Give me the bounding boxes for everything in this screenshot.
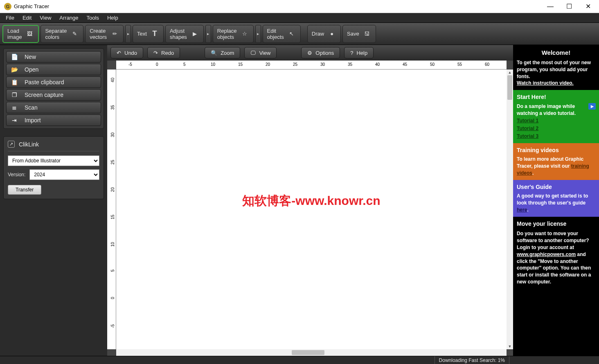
cliklink-version-select[interactable]: 2024 (29, 169, 99, 180)
pointer-icon: ↖ (287, 29, 296, 38)
scroll-thumb-h[interactable] (292, 350, 324, 355)
draw-button[interactable]: Draw ● (307, 25, 341, 43)
guide-here-link[interactable]: here (517, 207, 527, 213)
welcome-title: Welcome! (517, 48, 595, 57)
redo-button[interactable]: ↷Redo (147, 47, 180, 58)
cursor-play-icon: ▶ (190, 29, 199, 38)
vertical-ruler: 4035302520151050-5 (107, 70, 116, 349)
paste-clipboard-button[interactable]: 📋Paste clipboard (6, 76, 101, 88)
edit-objects-button[interactable]: Edit objects ↖ (263, 25, 301, 43)
download-status: Downloading Fast Search: 1% (435, 356, 509, 364)
file-icon: 📄 (11, 53, 18, 61)
titlebar: G Graphic Tracer — ☐ ✕ (0, 0, 599, 13)
main-toolbar: Load image 🖼 Separate colors ✎ Create ve… (0, 23, 599, 45)
adjust-shapes-dropdown[interactable]: ▸ (205, 25, 211, 43)
menu-tools[interactable]: Tools (83, 14, 103, 22)
menu-file[interactable]: File (2, 14, 18, 22)
view-button[interactable]: 🖵View (244, 47, 277, 58)
undo-button[interactable]: ↶Undo (110, 47, 143, 58)
pen-icon: ✏ (110, 29, 119, 38)
open-button[interactable]: 📂Open (6, 64, 101, 75)
menu-edit[interactable]: Edit (18, 14, 36, 22)
version-label: Version: (8, 172, 25, 178)
text-button[interactable]: Text T (133, 25, 164, 43)
import-button[interactable]: ⇥Import (6, 115, 101, 126)
undo-icon: ↶ (117, 50, 121, 56)
capture-icon: ❐ (11, 91, 18, 99)
watch-video-link[interactable]: Watch instruction video. (517, 80, 574, 86)
menu-arrange[interactable]: Arrange (55, 14, 82, 22)
adjust-shapes-button[interactable]: Adjust shapes ▶ (165, 25, 204, 43)
cliklink-icon: ↗ (8, 141, 15, 148)
tutorial-2-link[interactable]: Tutorial 2 (517, 125, 595, 132)
create-vectors-dropdown[interactable]: ▸ (125, 25, 131, 43)
menu-view[interactable]: View (36, 14, 55, 22)
menu-help[interactable]: Help (103, 14, 122, 22)
guide-title: User's Guide (517, 183, 595, 191)
create-vectors-button[interactable]: Create vectors ✏ (85, 25, 124, 43)
window-title: Graphic Tracer (14, 3, 49, 9)
scanner-icon: ≣ (11, 104, 18, 111)
redo-icon: ↷ (153, 50, 158, 56)
tutorial-1-link[interactable]: Tutorial 1 (517, 117, 595, 124)
move-license-section: Move your license Do you want to move yo… (513, 217, 599, 289)
training-title: Training videos (517, 146, 595, 155)
text-icon: T (150, 29, 159, 38)
save-icon: 🖫 (363, 29, 372, 38)
replace-objects-dropdown[interactable]: ▸ (255, 25, 261, 43)
save-button[interactable]: Save 🖫 (342, 25, 376, 43)
start-title: Start Here! (517, 93, 595, 101)
replace-objects-button[interactable]: Replace objects ☆ (213, 25, 254, 43)
cliklink-from-select[interactable]: From Adobe Illustrator (8, 155, 99, 166)
welcome-section: Welcome! To get the most out of your new… (513, 45, 599, 90)
horizontal-ruler: -5051015202530354045505560 (116, 61, 507, 70)
training-videos-section: Training videos To learn more about Grap… (513, 143, 599, 180)
eyedropper-icon: ✎ (70, 29, 79, 38)
move-title: Move your license (517, 220, 595, 228)
users-guide-section: User's Guide A good way to get started i… (513, 180, 599, 217)
minimize-button[interactable]: — (541, 0, 560, 13)
scan-button[interactable]: ≣Scan (6, 102, 101, 113)
transfer-button[interactable]: Transfer (8, 185, 41, 195)
close-button[interactable]: ✕ (579, 0, 597, 13)
app-logo-icon: G (4, 3, 11, 10)
help-button[interactable]: ?Help (344, 47, 374, 58)
screen-capture-button[interactable]: ❐Screen capture (6, 89, 101, 101)
watermark-text: 知软博客-www.knowr.cn (242, 193, 380, 209)
circle-icon: ● (327, 29, 336, 38)
folder-image-icon: 🖼 (25, 29, 34, 38)
canvas-wrap: -5051015202530354045505560 4035302520151… (107, 61, 513, 356)
scroll-thumb[interactable] (507, 75, 512, 100)
horizontal-scrollbar[interactable] (116, 349, 507, 356)
scroll-up-arrow-icon[interactable]: ▲ (507, 70, 513, 75)
maximize-button[interactable]: ☐ (560, 0, 579, 13)
folder-icon: 📂 (11, 66, 18, 73)
move-text: Do you want to move your software to ano… (517, 231, 589, 250)
import-icon: ⇥ (11, 117, 18, 124)
new-button[interactable]: 📄New (6, 51, 101, 63)
load-image-button[interactable]: Load image 🖼 (2, 25, 39, 43)
options-button[interactable]: ⚙Options (301, 47, 340, 58)
tutorial-3-link[interactable]: Tutorial 3 (517, 133, 595, 140)
graphicpowers-link[interactable]: www.graphicpowers.com (517, 252, 576, 257)
monitor-icon: 🖵 (250, 50, 256, 56)
guide-text: A good way to get started is to look thr… (517, 193, 588, 206)
cliklink-panel: ↗ClikLink From Adobe Illustrator Version… (3, 136, 104, 199)
start-text: Do a sample image while watching a video… (517, 103, 595, 117)
star-icon: ☆ (240, 29, 249, 38)
scroll-down-arrow-icon[interactable]: ▼ (507, 344, 513, 349)
gear-icon: ⚙ (307, 50, 312, 56)
zoom-button[interactable]: 🔍Zoom (205, 47, 240, 58)
right-sidebar: Welcome! To get the most out of your new… (513, 45, 599, 356)
statusbar: Downloading Fast Search: 1% (0, 356, 599, 364)
welcome-text: To get the most out of your new program,… (517, 59, 595, 80)
play-icon[interactable]: ▶ (588, 103, 596, 110)
canvas[interactable]: 知软博客-www.knowr.cn (116, 70, 507, 349)
help-icon: ? (350, 50, 353, 56)
center-area: ↶Undo ↷Redo 🔍Zoom 🖵View ⚙Options ?Help -… (107, 45, 513, 356)
clipboard-icon: 📋 (11, 79, 18, 86)
cliklink-title: ClikLink (19, 141, 39, 148)
secondary-toolbar: ↶Undo ↷Redo 🔍Zoom 🖵View ⚙Options ?Help (107, 45, 513, 61)
vertical-scrollbar[interactable]: ▲ ▼ (507, 70, 513, 349)
separate-colors-button[interactable]: Separate colors ✎ (41, 25, 83, 43)
